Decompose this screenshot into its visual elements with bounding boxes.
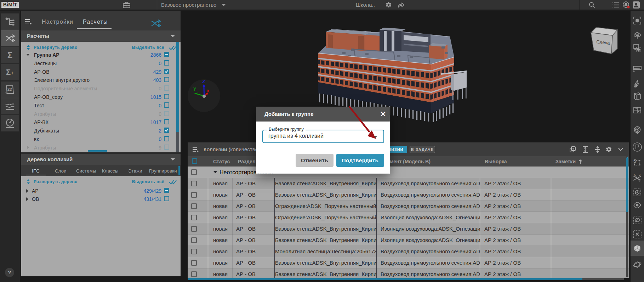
svg-text:2: 2 bbox=[639, 174, 640, 176]
svg-text:Z: Z bbox=[202, 79, 205, 84]
svg-text:2D: 2D bbox=[7, 87, 12, 91]
svg-text:1: 1 bbox=[634, 174, 635, 176]
svg-text:X: X bbox=[207, 89, 210, 93]
svg-text:Y: Y bbox=[193, 87, 196, 92]
